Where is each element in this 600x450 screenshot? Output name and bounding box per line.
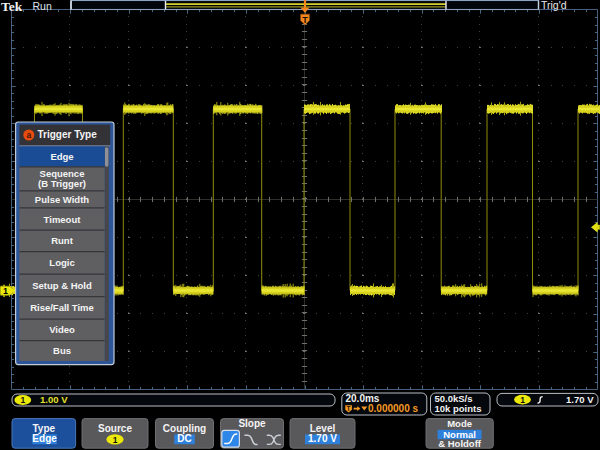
svg-text:Pulse Width: Pulse Width	[35, 194, 89, 205]
svg-text:1: 1	[3, 286, 8, 296]
svg-text:Video: Video	[49, 324, 75, 335]
svg-text:10k points: 10k points	[435, 403, 482, 414]
svg-text:Slope: Slope	[238, 418, 266, 429]
svg-text:(B Trigger): (B Trigger)	[38, 178, 86, 189]
svg-text:1.70 V: 1.70 V	[566, 394, 594, 405]
svg-text:Run: Run	[33, 0, 52, 12]
svg-text:1: 1	[520, 395, 525, 405]
svg-text:Coupling: Coupling	[163, 423, 206, 434]
svg-text:DC: DC	[177, 433, 191, 444]
svg-text:Rise/Fall Time: Rise/Fall Time	[30, 302, 94, 313]
svg-text:1.70 V: 1.70 V	[308, 433, 337, 444]
svg-text:T: T	[302, 15, 308, 25]
svg-text:Tek: Tek	[1, 0, 23, 14]
svg-text:1: 1	[113, 435, 118, 445]
svg-text:Edge: Edge	[50, 151, 73, 162]
svg-text:Bus: Bus	[53, 345, 71, 356]
svg-text:Trig'd: Trig'd	[541, 0, 567, 11]
svg-text:Source: Source	[98, 423, 132, 434]
svg-text:50.0kS/s: 50.0kS/s	[435, 393, 473, 404]
svg-text:Sequence: Sequence	[40, 168, 85, 179]
svg-text:Trigger Type: Trigger Type	[38, 129, 98, 140]
svg-text:Level: Level	[310, 423, 336, 434]
svg-text:Runt: Runt	[51, 235, 73, 246]
svg-text:T: T	[347, 405, 351, 412]
svg-text:Logic: Logic	[49, 257, 74, 268]
svg-text:1.00 V: 1.00 V	[40, 394, 68, 405]
svg-text:1: 1	[20, 395, 25, 405]
svg-text:Setup & Hold: Setup & Hold	[32, 280, 92, 291]
svg-text:Timeout: Timeout	[44, 214, 82, 225]
svg-text:Edge: Edge	[32, 433, 57, 444]
svg-text:a: a	[26, 130, 31, 140]
svg-text:Type: Type	[32, 423, 55, 434]
svg-text:Mode: Mode	[447, 418, 472, 429]
svg-text:0.000000 s: 0.000000 s	[368, 403, 418, 414]
svg-text:& Holdoff: & Holdoff	[438, 438, 482, 449]
